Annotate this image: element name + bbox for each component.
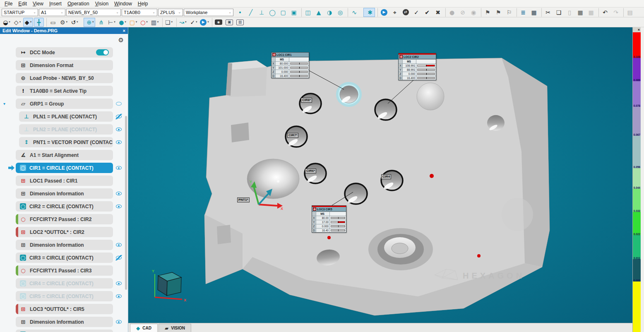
circle-tool-icon[interactable]: ○ ▾: [139, 18, 149, 27]
toggle-switch[interactable]: [96, 49, 109, 55]
chevron-down-icon[interactable]: ▾: [66, 21, 68, 24]
command-item[interactable]: ◯ CIR1 = CIRCLE (CONTACT): [16, 163, 113, 173]
chevron-down-icon[interactable]: ▾: [136, 21, 137, 24]
menu-item[interactable]: File: [2, 1, 15, 7]
copy-pages-icon[interactable]: ❏ ▾: [162, 18, 174, 27]
levels-icon[interactable]: ▥ ▾: [150, 18, 160, 27]
box-tool-icon[interactable]: ▢ ▾: [128, 18, 138, 27]
bookmark-slash-icon[interactable]: ⚐: [504, 8, 514, 17]
feature-circle-cir1-highlighted[interactable]: [338, 84, 360, 105]
command-item[interactable]: ⊞ Dimension Information: [16, 240, 113, 250]
bookmark-icon[interactable]: ⚑: [481, 8, 493, 17]
command-item[interactable]: ⊞ LOC2 *OUTTOL* : CIR2: [16, 227, 113, 237]
sphere-tool-icon[interactable]: ● ▾: [118, 18, 127, 27]
probe-head-icon[interactable]: ⊕ ▾: [84, 18, 95, 27]
plane-icon[interactable]: ⊥: [257, 8, 267, 17]
sphere-icon[interactable]: ◑: [324, 8, 334, 17]
cone-icon[interactable]: ▲: [314, 8, 324, 17]
feature-tag-cir4[interactable]: CIR4: [381, 174, 391, 179]
command-item[interactable]: ⊥ PLN2 = PLANE (CONTACT): [19, 124, 113, 135]
document-x-icon[interactable]: ✖: [433, 8, 443, 17]
report-grid-icon[interactable]: ▦: [529, 8, 539, 17]
execute-icon[interactable]: ▶: [377, 8, 389, 17]
undo-icon[interactable]: ↶: [598, 8, 610, 17]
chevron-down-icon[interactable]: ▾: [3, 101, 5, 106]
feature-tag-cir7[interactable]: CIR7*: [287, 133, 298, 138]
menu-item[interactable]: View: [30, 1, 46, 7]
eye-icon[interactable]: [115, 114, 122, 119]
feature-circle-cir4[interactable]: [381, 171, 403, 190]
measurement-label-loc1[interactable]: LOC1 CIR1 MS X80.000 Y101.000 Z0.000 D16…: [271, 52, 309, 78]
probe-mode-icon[interactable]: ◒ ▾: [2, 18, 12, 27]
chevron-down-icon[interactable]: ▾: [157, 21, 159, 24]
command-item[interactable]: ⊙ Load Probe - NEW5_BY_50: [16, 73, 113, 83]
sphere-disabled-icon[interactable]: ●: [445, 8, 457, 17]
command-item[interactable]: ⊞ Dimension Information: [16, 317, 113, 327]
chevron-down-icon[interactable]: ▾: [171, 21, 173, 24]
toolbar-dropdown[interactable]: STARTUP ⌄: [2, 9, 38, 16]
menu-item[interactable]: Vision: [92, 1, 111, 7]
command-item[interactable]: ◯ CIR5 = CIRCLE (CONTACT): [16, 291, 113, 301]
eye-icon[interactable]: [115, 140, 122, 145]
feature-tag-cir8[interactable]: CIR8*: [301, 98, 312, 103]
settings-gears-icon[interactable]: ⚙ ▾: [59, 18, 69, 27]
close-icon[interactable]: ×: [123, 28, 125, 33]
feature-circle-cir2[interactable]: [375, 99, 396, 120]
chevron-down-icon[interactable]: ▾: [196, 21, 197, 24]
eye-icon[interactable]: [115, 191, 122, 196]
probe-path-icon[interactable]: ⋔ ▾: [96, 18, 106, 27]
feature-tag-cir6[interactable]: CIR6*: [305, 168, 316, 173]
feature-circle-cir6[interactable]: [305, 164, 326, 183]
eye-icon[interactable]: [115, 127, 122, 132]
command-item[interactable]: ⊞ LOC3 *OUTTOL* : CIR5: [16, 304, 113, 314]
counterbore-feature[interactable]: [368, 228, 433, 270]
command-item[interactable]: ⊞ LOC1 Passed : CIR1: [16, 176, 113, 186]
comment-icon[interactable]: ▭ ▾: [46, 18, 58, 27]
command-item[interactable]: ⊞ Dimension Format: [16, 60, 113, 70]
check-mark-icon[interactable]: ✓: [411, 8, 421, 17]
feature-circle-cir8[interactable]: [300, 94, 321, 114]
goto-circle-disabled-icon[interactable]: ◉: [469, 8, 478, 17]
cad[interactable]: ◆ CAD: [130, 324, 158, 332]
wireframe-view-icon[interactable]: ◇ ▾: [12, 18, 22, 27]
eye-icon[interactable]: [115, 281, 122, 286]
cad-model-3d-view[interactable]: Y X Y X: [128, 27, 632, 323]
cad-3d-viewport[interactable]: Y X Y X: [128, 27, 632, 323]
feature-tag-pnt1[interactable]: PNT1*: [237, 197, 250, 202]
chevron-down-icon[interactable]: ▾: [9, 21, 10, 24]
report-preview-icon[interactable]: ▣ ▾: [224, 18, 234, 27]
point-icon[interactable]: •: [235, 8, 245, 17]
document-check-icon[interactable]: ✔: [422, 8, 432, 17]
bore-feature[interactable]: [417, 83, 444, 110]
command-item[interactable]: ↕ PNT1 = VECTOR POINT (CONTAC: [19, 137, 113, 147]
solid-view-icon[interactable]: ◆ ▾: [23, 18, 33, 27]
eye-icon[interactable]: [115, 242, 122, 248]
command-item[interactable]: ! T1A0B0 = Set Active Tip: [16, 86, 113, 96]
torus-icon[interactable]: ◎: [335, 8, 345, 17]
eye-icon[interactable]: [115, 165, 122, 171]
print-icon[interactable]: ▤: [623, 8, 635, 17]
command-item[interactable]: ◯ CIR2 = CIRCLE (CONTACT): [16, 201, 113, 212]
command-item[interactable]: ◯ CIR3 = CIRCLE (CONTACT): [16, 253, 113, 263]
chevron-down-icon[interactable]: ▾: [92, 21, 94, 24]
command-item[interactable]: ○ FCFCIRTY2 Passed : CIR2: [16, 214, 113, 224]
chevron-down-icon[interactable]: ▾: [19, 21, 21, 24]
redo-icon[interactable]: ↷: [611, 8, 621, 17]
feature-circle-cir5[interactable]: [345, 183, 367, 204]
chevron-down-icon[interactable]: ▾: [77, 21, 78, 24]
menu-item[interactable]: Help: [135, 1, 151, 7]
copy-icon[interactable]: ❏: [554, 8, 564, 17]
chevron-down-icon[interactable]: ▾: [125, 21, 126, 24]
close-icon[interactable]: ×: [638, 28, 640, 32]
sphere-slash-disabled-icon[interactable]: ⊘: [458, 8, 468, 17]
measurement-label-loc3[interactable]: LOC3 CIR5 MS X80.00 Y17.00 Z0.000 D16.40: [312, 205, 346, 233]
toolbar-dropdown[interactable]: T1A0B0 ⌄: [122, 9, 157, 16]
chevron-down-icon[interactable]: ▾: [207, 21, 209, 24]
eye-icon[interactable]: [115, 204, 122, 209]
toolbar-dropdown[interactable]: A1 ⌄: [39, 9, 65, 16]
report-list-icon[interactable]: ≣: [517, 8, 528, 17]
menu-item[interactable]: Window: [111, 1, 135, 7]
paste-special-icon[interactable]: ▦: [575, 8, 585, 17]
loop-icon[interactable]: ⇄: [401, 8, 411, 17]
gear-icon[interactable]: ⚙: [118, 36, 124, 44]
